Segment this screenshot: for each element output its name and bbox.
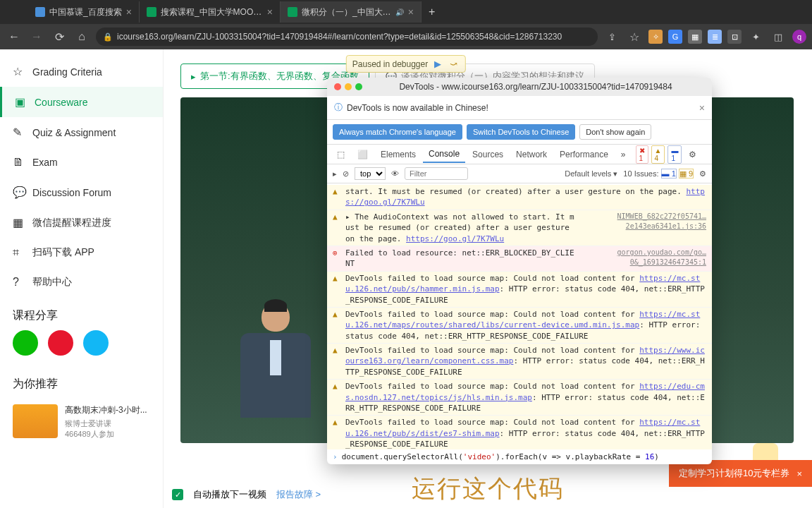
close-window-icon[interactable]	[334, 83, 341, 90]
weibo-share-icon[interactable]	[48, 330, 73, 356]
profile-icon[interactable]: q	[792, 30, 806, 44]
close-icon[interactable]: ×	[796, 468, 802, 479]
star-icon[interactable]: ☆	[626, 30, 643, 44]
eye-icon[interactable]: 👁	[391, 169, 399, 178]
console-log-row[interactable]: ▲DevTools failed to load source map: Cou…	[327, 416, 712, 449]
speaker-icon[interactable]: 🔊	[395, 8, 404, 16]
share-icon[interactable]: ⇪	[603, 32, 620, 42]
overlay-caption: 运行这个代码	[412, 473, 564, 505]
extension-icon[interactable]: ✧	[648, 30, 663, 44]
close-icon[interactable]: ×	[699, 102, 705, 114]
clear-console-icon[interactable]: ⊘	[343, 169, 349, 179]
log-link[interactable]: https://mc.stu.126.net/pub/s/hammer.min.…	[345, 274, 700, 294]
browser-tab[interactable]: 中国慕课_百度搜索 ×	[28, 1, 140, 23]
wechat-share-icon[interactable]	[13, 330, 38, 356]
recommend-item[interactable]: 高数期末冲刺-3小时... 猴博士爱讲课 466489人参加	[0, 399, 163, 445]
console-log-row[interactable]: ▲DevTools failed to load source map: Cou…	[327, 344, 712, 380]
back-button[interactable]: ←	[6, 30, 23, 43]
warning-icon: ▲	[333, 186, 341, 208]
log-message: DevTools failed to load source map: Coul…	[345, 417, 706, 449]
sidebar-item-courseware[interactable]: ▣Courseware	[0, 87, 163, 117]
inspect-icon[interactable]: ⬚	[331, 147, 350, 162]
qr-icon: ▦	[13, 216, 25, 229]
sidebar-toggle-icon[interactable]: ▸	[333, 169, 337, 179]
filter-input[interactable]	[405, 167, 468, 180]
tab-performance[interactable]: Performance	[554, 147, 614, 162]
console-log-row[interactable]: ▲DevTools failed to load source map: Cou…	[327, 308, 712, 344]
log-link[interactable]: https://goo.gl/7K7WLu	[345, 187, 705, 207]
sidebar-label: Exam	[32, 157, 58, 168]
sidebar-item-help[interactable]: ?帮助中心	[0, 267, 163, 297]
browser-tab-active[interactable]: 微积分（一）_中国大学MO... 🔊 ×	[281, 1, 422, 23]
sidebar-item-grading[interactable]: ☆Grading Criteria	[0, 56, 163, 87]
sidebar-item-app[interactable]: ⌗扫码下载 APP	[0, 238, 163, 267]
issues-button[interactable]: 10 Issues: ▬ 1 ▦ 9	[623, 169, 694, 179]
extension-icon[interactable]: ≣	[708, 30, 722, 44]
log-link[interactable]: https://goo.gl/7K7WLu	[406, 234, 504, 243]
home-button[interactable]: ⌂	[73, 30, 90, 43]
browser-tab[interactable]: 搜索课程_中国大学MOOC(慕课) ×	[140, 1, 281, 23]
switch-chinese-button[interactable]: Switch DevTools to Chinese	[467, 124, 575, 140]
extension-icon[interactable]: ⊡	[727, 30, 742, 44]
reload-button[interactable]: ⟳	[51, 30, 68, 44]
warning-icon: ▲	[333, 345, 341, 377]
report-link[interactable]: 报告故障 >	[276, 488, 321, 501]
more-tabs-icon[interactable]: »	[615, 147, 632, 162]
settings-icon[interactable]: ⚙	[699, 169, 706, 179]
tab-elements[interactable]: Elements	[375, 147, 422, 162]
warn-count-badge[interactable]: ▲ 4	[651, 145, 665, 164]
tab-console[interactable]: Console	[423, 146, 465, 163]
log-link[interactable]: https://edu-cms.nosdn.127.net/topics/js/…	[345, 382, 705, 401]
qq-share-icon[interactable]	[83, 330, 109, 356]
promo-text: 定制学习计划得10元专栏券	[679, 467, 789, 480]
close-icon[interactable]: ×	[408, 6, 414, 18]
console-log-row[interactable]: ▲▸ The AudioContext was not allowed to s…	[327, 210, 712, 246]
console-log-row[interactable]: ⊗Failed to load resource: net::ERR_BLOCK…	[327, 246, 712, 272]
console-log-row[interactable]: ▲DevTools failed to load source map: Cou…	[327, 380, 712, 416]
extension-icon[interactable]: G	[668, 30, 682, 44]
console-log-row[interactable]: ▲start. It must be resumed (or created) …	[327, 185, 712, 210]
dont-show-button[interactable]: Don't show again	[579, 124, 651, 140]
url-input[interactable]: 🔒 icourse163.org/learn/ZJU-1003315004?ti…	[96, 28, 598, 46]
extensions-icon[interactable]: ✦	[747, 32, 764, 42]
settings-icon[interactable]: ⚙	[683, 147, 702, 162]
log-link[interactable]: https://mc.stu.126.net/pub/s/dist/es7-sh…	[345, 418, 700, 437]
sidebar-item-wechat[interactable]: ▦微信提醒课程进度	[0, 207, 163, 238]
log-link[interactable]: https://mc.stu.126.net/maps/routes/share…	[345, 310, 700, 329]
error-count-badge[interactable]: ✖ 1	[636, 145, 648, 164]
levels-dropdown[interactable]: Default levels ▾	[565, 169, 617, 179]
sidebar-item-forum[interactable]: 💬Discussion Forum	[0, 177, 163, 207]
sidebar-item-quiz[interactable]: ✎Quiz & Assignment	[0, 117, 163, 147]
close-icon[interactable]: ×	[126, 6, 132, 18]
tab-network[interactable]: Network	[510, 147, 553, 162]
resume-button[interactable]: ▶	[432, 59, 443, 69]
minimize-window-icon[interactable]	[345, 83, 352, 90]
autoplay-label: 自动播放下一视频	[193, 488, 266, 501]
tab-sources[interactable]: Sources	[467, 147, 509, 162]
devtools-titlebar[interactable]: DevTools - www.icourse163.org/learn/ZJU-…	[327, 78, 712, 96]
log-source[interactable]: NIMWEB_682c272f05741…2e143ea6341e1.js:36	[579, 212, 706, 244]
always-match-button[interactable]: Always match Chrome's language	[333, 124, 462, 140]
recommend-title: 高数期末冲刺-3小时...	[65, 404, 156, 416]
extension-icon[interactable]: ▦	[688, 30, 702, 44]
sidebar-label: 扫码下载 APP	[32, 246, 94, 259]
forward-button[interactable]: →	[28, 30, 45, 43]
device-icon[interactable]: ⬜	[352, 147, 374, 162]
maximize-window-icon[interactable]	[355, 83, 362, 90]
sidepanel-icon[interactable]: ◫	[770, 32, 787, 42]
console-log-row[interactable]: ▲DevTools failed to load source map: Cou…	[327, 272, 712, 308]
log-source[interactable]: gorgon.youdao.com/go… 0&_1691324647345:1	[579, 248, 706, 270]
step-button[interactable]: ⤻	[448, 59, 460, 69]
new-tab-button[interactable]: +	[422, 6, 442, 18]
info-count-badge[interactable]: ▬ 1	[668, 145, 682, 164]
console-output[interactable]: ▲start. It must be resumed (or created) …	[327, 183, 712, 449]
console-prompt[interactable]: › document.querySelectorAll('video').for…	[327, 449, 712, 464]
favicon-icon	[35, 7, 45, 17]
sidebar-item-exam[interactable]: 🗎Exam	[0, 147, 163, 177]
menu-icon[interactable]: ⋮	[703, 147, 712, 162]
close-icon[interactable]: ×	[267, 6, 273, 18]
edit-icon: ✎	[13, 126, 25, 139]
context-select[interactable]: top	[355, 167, 386, 180]
autoplay-checkbox[interactable]: ✓	[172, 489, 183, 500]
log-link[interactable]: https://www.icourse163.org/learn/compone…	[345, 346, 705, 365]
